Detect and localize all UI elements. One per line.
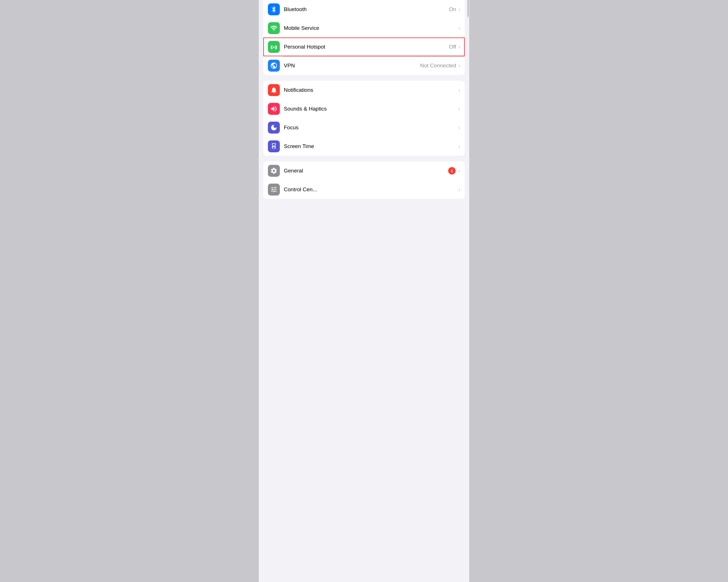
notifications-chevron: › bbox=[459, 87, 460, 93]
general-label: General bbox=[284, 168, 448, 174]
control-center-chevron: › bbox=[459, 187, 460, 193]
screen-time-icon-wrapper bbox=[268, 140, 280, 152]
personal-hotspot-chevron: › bbox=[459, 44, 460, 50]
sounds-chevron: › bbox=[459, 106, 460, 112]
mobile-service-chevron: › bbox=[459, 25, 460, 31]
control-center-icon-wrapper bbox=[268, 184, 280, 195]
hotspot-icon-wrapper bbox=[268, 41, 280, 53]
mobile-service-label: Mobile Service bbox=[284, 25, 458, 31]
mobile-service-icon-wrapper bbox=[268, 22, 280, 34]
focus-icon-wrapper bbox=[268, 121, 280, 134]
bluetooth-row[interactable]: Bluetooth On › bbox=[263, 0, 465, 19]
general-row[interactable]: General 1 › bbox=[263, 161, 465, 180]
vpn-label: VPN bbox=[284, 62, 420, 69]
gear-icon bbox=[270, 167, 278, 174]
screen-time-row[interactable]: Screen Time › bbox=[263, 137, 465, 156]
bluetooth-chevron: › bbox=[459, 6, 460, 12]
control-center-label: Control Cen... bbox=[284, 187, 458, 193]
notifications-label: Notifications bbox=[284, 87, 458, 93]
vpn-chevron: › bbox=[459, 63, 460, 69]
general-badge: 1 bbox=[448, 167, 456, 174]
network-section: Bluetooth On › Mobile Service › Personal… bbox=[263, 0, 465, 75]
moon-icon bbox=[270, 124, 278, 131]
sounds-label: Sounds & Haptics bbox=[284, 106, 458, 112]
scrollbar[interactable] bbox=[468, 0, 469, 17]
notifications-icon-wrapper bbox=[268, 84, 280, 96]
bell-icon bbox=[270, 86, 278, 94]
general-chevron: › bbox=[459, 168, 460, 174]
general-section: General 1 › Control Cen... › bbox=[263, 161, 465, 199]
notifications-row[interactable]: Notifications › bbox=[263, 81, 465, 100]
personal-hotspot-row[interactable]: Personal Hotspot Off › bbox=[263, 37, 465, 56]
focus-row[interactable]: Focus › bbox=[263, 118, 465, 137]
general-icon-wrapper bbox=[268, 165, 280, 177]
screen-time-label: Screen Time bbox=[284, 143, 458, 149]
signal-icon bbox=[270, 24, 278, 32]
personal-hotspot-label: Personal Hotspot bbox=[284, 44, 449, 50]
vpn-icon-wrapper bbox=[268, 60, 280, 72]
bluetooth-label: Bluetooth bbox=[284, 6, 449, 12]
sounds-icon-wrapper bbox=[268, 103, 280, 115]
globe-icon bbox=[270, 62, 278, 70]
hotspot-icon bbox=[270, 43, 278, 51]
hourglass-icon bbox=[270, 143, 278, 150]
focus-label: Focus bbox=[284, 124, 458, 131]
sound-icon bbox=[270, 105, 278, 113]
vpn-value: Not Connected bbox=[420, 62, 456, 69]
settings-panel: Bluetooth On › Mobile Service › Personal… bbox=[259, 0, 469, 582]
mobile-service-row[interactable]: Mobile Service › bbox=[263, 19, 465, 37]
screen-time-chevron: › bbox=[459, 143, 460, 149]
focus-chevron: › bbox=[459, 125, 460, 131]
personal-hotspot-value: Off bbox=[449, 44, 456, 50]
notifications-section: Notifications › Sounds & Haptics › Focus… bbox=[263, 81, 465, 156]
sliders-icon bbox=[270, 186, 278, 193]
bluetooth-icon bbox=[270, 6, 278, 13]
control-center-row[interactable]: Control Cen... › bbox=[263, 180, 465, 199]
sounds-row[interactable]: Sounds & Haptics › bbox=[263, 100, 465, 118]
bluetooth-value: On bbox=[449, 6, 456, 12]
bluetooth-icon-wrapper bbox=[268, 3, 280, 15]
vpn-row[interactable]: VPN Not Connected › bbox=[263, 56, 465, 75]
